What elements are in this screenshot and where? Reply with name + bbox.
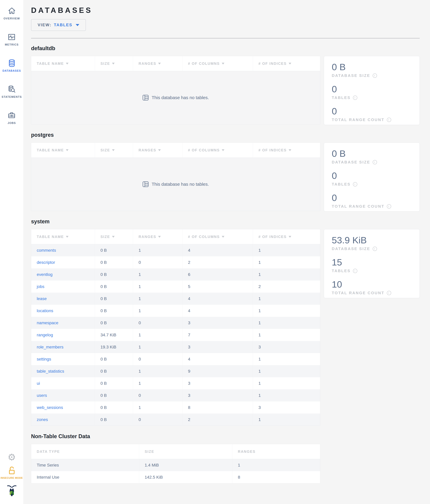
column-header-label: TABLE NAME: [37, 235, 64, 239]
cell-value: 1: [253, 389, 320, 401]
column-header-of-indices[interactable]: # OF INDICES: [253, 143, 320, 158]
sidebar-item-statements[interactable]: STATEMENTS: [2, 85, 22, 99]
table-name-link[interactable]: settings: [37, 357, 51, 361]
column-header-table-name[interactable]: TABLE NAME: [31, 56, 95, 71]
cell-value: 8: [182, 401, 253, 414]
column-header-label: SIZE: [100, 62, 110, 66]
column-header-label: # OF COLUMNS: [188, 62, 220, 66]
column-header-size[interactable]: SIZE: [95, 143, 133, 158]
column-header-of-indices[interactable]: # OF INDICES: [253, 229, 320, 244]
tables-count-value: 15: [332, 257, 415, 267]
table-name-link[interactable]: users: [37, 393, 47, 398]
table-name-link[interactable]: lease: [37, 296, 47, 301]
cell-value: 1: [253, 305, 320, 317]
column-header-table-name[interactable]: TABLE NAME: [31, 143, 95, 158]
database-stats-card: 0 B DATABASE SIZEi 0 TABLESi 0 TOTAL RAN…: [324, 143, 420, 212]
cell-value: Time Series: [31, 459, 139, 471]
column-header-size[interactable]: SIZE: [95, 229, 133, 244]
database-size-label: DATABASE SIZE: [332, 73, 370, 78]
info-icon[interactable]: i: [387, 204, 391, 208]
column-header-ranges[interactable]: RANGES: [133, 56, 182, 71]
info-icon[interactable]: i: [387, 118, 391, 122]
cell-value: 1: [133, 365, 182, 377]
column-header-of-columns[interactable]: # OF COLUMNS: [182, 143, 253, 158]
table-name-link[interactable]: table_statistics: [37, 369, 64, 374]
table-row: Time Series1.4 MiB1: [31, 459, 320, 471]
table-name-link[interactable]: comments: [37, 248, 56, 253]
table-name-link[interactable]: ui: [37, 381, 40, 386]
cell-value: 0 B: [95, 244, 133, 256]
cockroachdb-logo-icon[interactable]: [5, 484, 18, 497]
range-count-value: 10: [332, 279, 415, 289]
cell-value: 1: [133, 401, 182, 414]
cell-table-name: settings: [31, 353, 95, 365]
sidebar-item-label: JOBS: [8, 122, 16, 125]
cell-value: 1: [253, 317, 320, 329]
column-header-ranges[interactable]: RANGES: [133, 229, 182, 244]
table-name-link[interactable]: locations: [37, 308, 53, 313]
column-header-label: SIZE: [145, 450, 154, 454]
table-name-link[interactable]: namespace: [37, 321, 58, 325]
column-header-of-indices[interactable]: # OF INDICES: [253, 56, 320, 71]
column-header-size[interactable]: SIZE: [95, 56, 133, 71]
cell-table-name: descriptor: [31, 256, 95, 269]
sidebar-item-databases[interactable]: DATABASES: [2, 59, 21, 72]
info-icon[interactable]: i: [353, 182, 357, 187]
range-count-value: 0: [332, 106, 415, 116]
gear-icon[interactable]: ⚙: [8, 453, 16, 462]
table-header-row: TABLE NAMESIZERANGES# OF COLUMNS# OF IND…: [31, 143, 320, 158]
cell-value: 0 B: [95, 377, 133, 389]
table-name-link[interactable]: descriptor: [37, 260, 55, 265]
cell-value: 0: [133, 317, 182, 329]
insecure-mode-indicator[interactable]: INSECURE MODE: [0, 466, 23, 479]
column-header-data-type: DATA TYPE: [31, 444, 139, 459]
cell-table-name: table_statistics: [31, 365, 95, 377]
cell-value: 6: [182, 269, 253, 280]
table-name-link[interactable]: rangelog: [37, 333, 53, 337]
info-icon[interactable]: i: [373, 73, 377, 78]
column-header-label: RANGES: [139, 148, 156, 152]
database-size-value: 0 B: [332, 62, 415, 72]
cell-value: 1: [253, 353, 320, 365]
cell-value: 1: [133, 280, 182, 293]
column-header-ranges[interactable]: RANGES: [133, 143, 182, 158]
info-icon[interactable]: i: [353, 269, 357, 273]
table-name-link[interactable]: role_members: [37, 345, 63, 350]
table-name-link[interactable]: web_sessions: [37, 405, 63, 410]
info-icon[interactable]: i: [353, 96, 357, 100]
table-body: comments0 B141descriptor0 B021eventlog0 …: [31, 244, 320, 426]
cell-value: 9: [182, 365, 253, 377]
table-header-row: DATA TYPESIZERANGES: [31, 444, 320, 459]
table-name-link[interactable]: zones: [37, 417, 48, 422]
cell-value: 1: [133, 341, 182, 353]
column-header-label: RANGES: [238, 450, 255, 454]
info-icon[interactable]: i: [373, 247, 377, 251]
column-header-label: DATA TYPE: [37, 450, 60, 454]
sidebar-item-metrics[interactable]: METRICS: [5, 33, 18, 46]
cell-value: 5: [182, 280, 253, 293]
table-row: settings0 B041: [31, 353, 320, 365]
table-name-link[interactable]: eventlog: [37, 272, 53, 277]
info-icon[interactable]: i: [373, 160, 377, 164]
sort-arrow-icon: [158, 149, 161, 151]
cell-table-name: jobs: [31, 280, 95, 293]
table-body: Time Series1.4 MiB1Internal Use142.5 KiB…: [31, 459, 320, 483]
cell-table-name: lease: [31, 293, 95, 305]
table-row: zones0 B021: [31, 414, 320, 426]
cell-value: 8: [232, 471, 320, 483]
sidebar-item-overview[interactable]: OVERVIEW: [4, 7, 20, 20]
table-row: descriptor0 B021: [31, 256, 320, 269]
table-name-link[interactable]: jobs: [37, 284, 44, 289]
table-row: locations0 B141: [31, 305, 320, 317]
column-header-label: SIZE: [100, 148, 110, 152]
cell-table-name: comments: [31, 244, 95, 256]
column-header-label: RANGES: [139, 235, 156, 239]
column-header-table-name[interactable]: TABLE NAME: [31, 229, 95, 244]
info-icon[interactable]: i: [387, 291, 391, 295]
column-header-of-columns[interactable]: # OF COLUMNS: [182, 56, 253, 71]
sidebar-item-jobs[interactable]: JOBS: [8, 111, 16, 125]
cell-value: 1: [253, 269, 320, 280]
view-dropdown[interactable]: VIEW: TABLES: [31, 19, 86, 31]
sort-arrow-icon: [289, 236, 291, 238]
column-header-of-columns[interactable]: # OF COLUMNS: [182, 229, 253, 244]
